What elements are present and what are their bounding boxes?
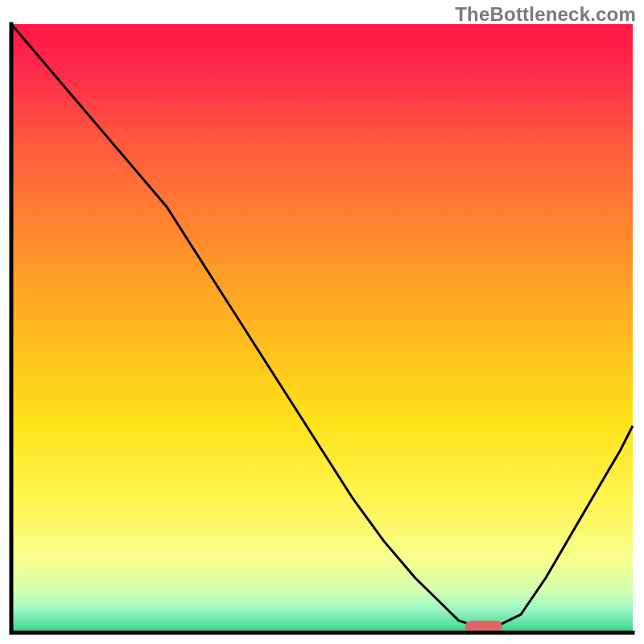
watermark-text: TheBottleneck.com	[455, 3, 636, 26]
chart-background	[11, 24, 633, 633]
bottleneck-chart	[0, 0, 644, 644]
chart-frame: TheBottleneck.com	[0, 0, 644, 644]
